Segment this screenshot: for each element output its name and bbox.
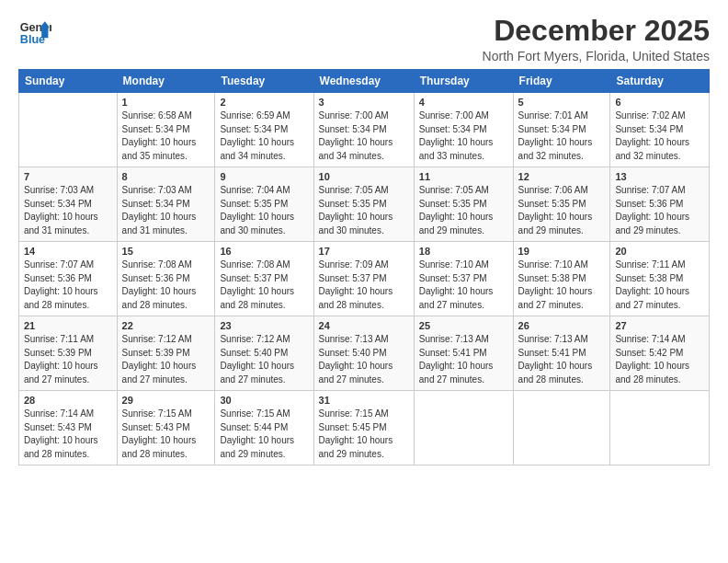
day-number: 10 xyxy=(319,171,409,182)
calendar-weekday-friday: Friday xyxy=(513,70,610,93)
calendar-cell: 5Sunrise: 7:01 AM Sunset: 5:34 PM Daylig… xyxy=(513,93,610,167)
calendar-cell: 3Sunrise: 7:00 AM Sunset: 5:34 PM Daylig… xyxy=(313,93,414,167)
day-number: 14 xyxy=(24,246,112,257)
logo-icon: General Blue xyxy=(18,15,51,48)
day-info: Sunrise: 7:14 AM Sunset: 5:43 PM Dayligh… xyxy=(24,408,112,461)
logo: General Blue xyxy=(18,15,51,48)
day-number: 4 xyxy=(419,97,508,108)
calendar-cell: 21Sunrise: 7:11 AM Sunset: 5:39 PM Dayli… xyxy=(19,316,118,391)
day-number: 5 xyxy=(518,97,606,108)
day-number: 16 xyxy=(220,246,308,257)
calendar-cell: 13Sunrise: 7:07 AM Sunset: 5:36 PM Dayli… xyxy=(610,167,710,242)
main-title: December 2025 xyxy=(483,15,710,47)
calendar-cell: 23Sunrise: 7:12 AM Sunset: 5:40 PM Dayli… xyxy=(215,316,313,391)
day-info: Sunrise: 7:10 AM Sunset: 5:38 PM Dayligh… xyxy=(518,259,606,312)
calendar-cell: 10Sunrise: 7:05 AM Sunset: 5:35 PM Dayli… xyxy=(313,167,414,242)
day-info: Sunrise: 7:11 AM Sunset: 5:39 PM Dayligh… xyxy=(24,333,112,386)
calendar-cell: 11Sunrise: 7:05 AM Sunset: 5:35 PM Dayli… xyxy=(414,167,513,242)
calendar-cell: 28Sunrise: 7:14 AM Sunset: 5:43 PM Dayli… xyxy=(19,391,118,465)
calendar-table: SundayMondayTuesdayWednesdayThursdayFrid… xyxy=(18,69,710,465)
day-number: 28 xyxy=(24,395,112,406)
calendar-cell: 8Sunrise: 7:03 AM Sunset: 5:34 PM Daylig… xyxy=(117,167,215,242)
calendar-cell: 6Sunrise: 7:02 AM Sunset: 5:34 PM Daylig… xyxy=(610,93,710,167)
day-number: 30 xyxy=(220,395,308,406)
day-number: 8 xyxy=(122,171,210,182)
day-number: 11 xyxy=(419,171,508,182)
day-info: Sunrise: 7:10 AM Sunset: 5:37 PM Dayligh… xyxy=(419,259,508,312)
subtitle: North Fort Myers, Florida, United States xyxy=(483,49,710,63)
day-info: Sunrise: 7:03 AM Sunset: 5:34 PM Dayligh… xyxy=(122,184,210,237)
calendar-cell: 2Sunrise: 6:59 AM Sunset: 5:34 PM Daylig… xyxy=(215,93,313,167)
calendar-cell: 14Sunrise: 7:07 AM Sunset: 5:36 PM Dayli… xyxy=(19,242,118,316)
calendar-cell: 24Sunrise: 7:13 AM Sunset: 5:40 PM Dayli… xyxy=(313,316,414,391)
calendar-cell: 18Sunrise: 7:10 AM Sunset: 5:37 PM Dayli… xyxy=(414,242,513,316)
day-number: 18 xyxy=(419,246,508,257)
calendar-cell xyxy=(414,391,513,465)
calendar-cell: 29Sunrise: 7:15 AM Sunset: 5:43 PM Dayli… xyxy=(117,391,215,465)
calendar-cell xyxy=(610,391,710,465)
day-info: Sunrise: 7:00 AM Sunset: 5:34 PM Dayligh… xyxy=(319,109,409,163)
day-number: 15 xyxy=(122,246,210,257)
day-info: Sunrise: 7:13 AM Sunset: 5:41 PM Dayligh… xyxy=(419,333,508,386)
day-info: Sunrise: 7:13 AM Sunset: 5:40 PM Dayligh… xyxy=(319,333,409,386)
calendar-weekday-wednesday: Wednesday xyxy=(313,70,414,93)
calendar-weekday-thursday: Thursday xyxy=(414,70,513,93)
calendar-cell: 19Sunrise: 7:10 AM Sunset: 5:38 PM Dayli… xyxy=(513,242,610,316)
day-info: Sunrise: 7:07 AM Sunset: 5:36 PM Dayligh… xyxy=(615,184,704,237)
calendar-cell: 27Sunrise: 7:14 AM Sunset: 5:42 PM Dayli… xyxy=(610,316,710,391)
day-info: Sunrise: 6:58 AM Sunset: 5:34 PM Dayligh… xyxy=(122,109,210,163)
day-number: 19 xyxy=(518,246,606,257)
day-number: 22 xyxy=(122,320,210,331)
title-area: December 2025 North Fort Myers, Florida,… xyxy=(483,15,710,63)
day-info: Sunrise: 7:04 AM Sunset: 5:35 PM Dayligh… xyxy=(220,184,308,237)
day-number: 6 xyxy=(615,97,704,108)
calendar-week-row: 1Sunrise: 6:58 AM Sunset: 5:34 PM Daylig… xyxy=(19,93,710,167)
calendar-weekday-tuesday: Tuesday xyxy=(215,70,313,93)
calendar-cell: 16Sunrise: 7:08 AM Sunset: 5:37 PM Dayli… xyxy=(215,242,313,316)
calendar-header-row: SundayMondayTuesdayWednesdayThursdayFrid… xyxy=(19,70,710,93)
page: General Blue December 2025 North Fort My… xyxy=(0,0,728,563)
calendar-cell xyxy=(19,93,118,167)
day-number: 31 xyxy=(319,395,409,406)
calendar-weekday-monday: Monday xyxy=(117,70,215,93)
day-number: 24 xyxy=(319,320,409,331)
calendar-week-row: 7Sunrise: 7:03 AM Sunset: 5:34 PM Daylig… xyxy=(19,167,710,242)
day-number: 26 xyxy=(518,320,606,331)
day-info: Sunrise: 7:11 AM Sunset: 5:38 PM Dayligh… xyxy=(615,259,704,312)
day-number: 3 xyxy=(319,97,409,108)
day-info: Sunrise: 7:08 AM Sunset: 5:37 PM Dayligh… xyxy=(220,259,308,312)
day-number: 23 xyxy=(220,320,308,331)
day-number: 2 xyxy=(220,97,308,108)
day-info: Sunrise: 7:15 AM Sunset: 5:45 PM Dayligh… xyxy=(319,408,409,461)
day-number: 27 xyxy=(615,320,704,331)
day-number: 21 xyxy=(24,320,112,331)
day-info: Sunrise: 7:14 AM Sunset: 5:42 PM Dayligh… xyxy=(615,333,704,386)
day-info: Sunrise: 7:15 AM Sunset: 5:43 PM Dayligh… xyxy=(122,408,210,461)
day-info: Sunrise: 7:08 AM Sunset: 5:36 PM Dayligh… xyxy=(122,259,210,312)
day-number: 20 xyxy=(615,246,704,257)
day-info: Sunrise: 7:12 AM Sunset: 5:40 PM Dayligh… xyxy=(220,333,308,386)
calendar-week-row: 28Sunrise: 7:14 AM Sunset: 5:43 PM Dayli… xyxy=(19,391,710,465)
day-info: Sunrise: 7:07 AM Sunset: 5:36 PM Dayligh… xyxy=(24,259,112,312)
calendar-cell: 20Sunrise: 7:11 AM Sunset: 5:38 PM Dayli… xyxy=(610,242,710,316)
calendar-cell: 12Sunrise: 7:06 AM Sunset: 5:35 PM Dayli… xyxy=(513,167,610,242)
calendar-cell: 15Sunrise: 7:08 AM Sunset: 5:36 PM Dayli… xyxy=(117,242,215,316)
day-info: Sunrise: 7:02 AM Sunset: 5:34 PM Dayligh… xyxy=(615,109,704,163)
calendar-cell: 26Sunrise: 7:13 AM Sunset: 5:41 PM Dayli… xyxy=(513,316,610,391)
day-number: 25 xyxy=(419,320,508,331)
calendar-cell: 31Sunrise: 7:15 AM Sunset: 5:45 PM Dayli… xyxy=(313,391,414,465)
day-number: 7 xyxy=(24,171,112,182)
day-number: 13 xyxy=(615,171,704,182)
day-info: Sunrise: 7:15 AM Sunset: 5:44 PM Dayligh… xyxy=(220,408,308,461)
day-info: Sunrise: 7:13 AM Sunset: 5:41 PM Dayligh… xyxy=(518,333,606,386)
day-info: Sunrise: 7:06 AM Sunset: 5:35 PM Dayligh… xyxy=(518,184,606,237)
day-info: Sunrise: 7:05 AM Sunset: 5:35 PM Dayligh… xyxy=(319,184,409,237)
svg-text:Blue: Blue xyxy=(20,33,45,46)
day-info: Sunrise: 7:12 AM Sunset: 5:39 PM Dayligh… xyxy=(122,333,210,386)
calendar-cell xyxy=(513,391,610,465)
calendar-cell: 7Sunrise: 7:03 AM Sunset: 5:34 PM Daylig… xyxy=(19,167,118,242)
day-number: 29 xyxy=(122,395,210,406)
calendar-cell: 1Sunrise: 6:58 AM Sunset: 5:34 PM Daylig… xyxy=(117,93,215,167)
day-info: Sunrise: 7:03 AM Sunset: 5:34 PM Dayligh… xyxy=(24,184,112,237)
day-number: 12 xyxy=(518,171,606,182)
